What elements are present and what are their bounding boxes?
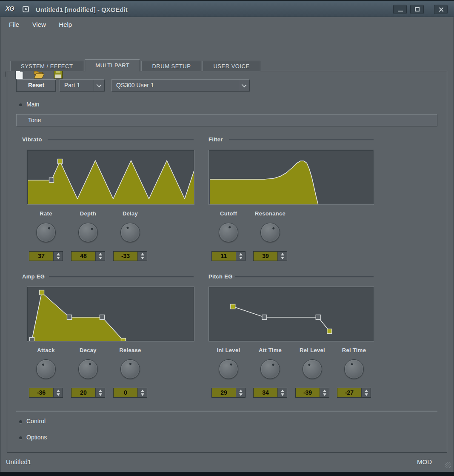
knob-label: Ini Level (207, 347, 250, 354)
delay-knob[interactable] (120, 223, 140, 242)
ini-level-knob[interactable] (219, 359, 238, 379)
chevron-down-icon (97, 83, 101, 87)
release-knob[interactable] (120, 359, 140, 379)
part-combobox-arrow[interactable] (94, 80, 104, 91)
minimize-icon (398, 11, 403, 11)
status-filename: Untitled1 (6, 458, 31, 465)
maximize-button[interactable] (410, 5, 424, 14)
graph-handle[interactable] (30, 338, 34, 341)
attack-spinbox[interactable]: -36 (29, 388, 63, 398)
rate-spinbox[interactable]: 37 (29, 251, 63, 261)
spin-down-icon (57, 257, 60, 259)
spin-arrows[interactable] (320, 388, 329, 397)
decay-knob[interactable] (78, 359, 98, 379)
tab-drum-setup[interactable]: DRUM SETUP (141, 61, 201, 71)
spin-up-icon (239, 253, 243, 255)
knob-cell-resonance: Resonance 39 (249, 210, 291, 261)
toolbar-handle[interactable] (4, 72, 6, 77)
title-bar[interactable]: XG Untitled1 [modified] - QXGEdit (0, 0, 454, 17)
spin-up-icon (281, 390, 284, 392)
graph-handle[interactable] (231, 304, 235, 309)
graph-handle[interactable] (100, 315, 105, 320)
spin-down-icon (57, 393, 60, 396)
knob-indicator (33, 356, 59, 382)
cutoff-knob[interactable] (219, 223, 238, 242)
spin-arrows[interactable] (236, 388, 245, 397)
bullet-icon (19, 420, 22, 423)
resize-grip[interactable] (445, 462, 451, 468)
knob-indicator (117, 220, 143, 245)
graph-handle[interactable] (58, 159, 63, 164)
rel-level-knob[interactable] (303, 359, 322, 379)
graph-handle[interactable] (327, 329, 332, 334)
tone-header-bar[interactable]: Tone (16, 114, 437, 126)
rel-level-spinbox[interactable]: -39 (295, 388, 329, 398)
rel-time-knob[interactable] (344, 359, 364, 379)
attack-knob[interactable] (36, 359, 56, 379)
spin-arrows[interactable] (137, 388, 147, 397)
close-button[interactable] (434, 5, 448, 14)
knob-cell-depth: Depth 48 (67, 210, 109, 261)
graph-handle[interactable] (49, 178, 54, 183)
tool-bar (0, 32, 454, 53)
spin-arrows[interactable] (236, 252, 245, 261)
graph-handle[interactable] (67, 315, 72, 320)
amp-eg-graph[interactable] (27, 287, 194, 341)
spin-down-icon (323, 393, 326, 396)
release-spinbox[interactable]: 0 (113, 388, 147, 398)
spin-value: 0 (114, 388, 137, 397)
decay-spinbox[interactable]: 20 (71, 388, 105, 398)
resonance-knob[interactable] (260, 223, 280, 242)
spin-arrows[interactable] (53, 388, 63, 397)
graph-handle[interactable] (121, 338, 126, 341)
menu-view[interactable]: View (27, 18, 51, 31)
app-icon (23, 6, 29, 12)
tab-multi-part[interactable]: MULTI PART (85, 59, 140, 72)
spin-arrows[interactable] (53, 252, 63, 261)
voice-combobox-arrow[interactable] (239, 80, 249, 91)
graph-handle[interactable] (316, 315, 320, 320)
spin-arrows[interactable] (361, 388, 371, 397)
group-title-filter: Filter (208, 136, 223, 143)
filter-graph[interactable] (208, 150, 374, 205)
depth-knob[interactable] (78, 223, 98, 242)
pitch-eg-graph[interactable] (208, 287, 374, 341)
window-bottom-edge (0, 472, 454, 476)
window-title: Untitled1 [modified] - QXGEdit (36, 1, 128, 18)
reset-button[interactable]: Reset (16, 79, 56, 92)
tab-user-voice[interactable]: USER VOICE (203, 61, 260, 71)
graph-handle[interactable] (40, 290, 44, 295)
depth-spinbox[interactable]: 48 (71, 251, 105, 261)
spin-arrows[interactable] (95, 252, 105, 261)
cutoff-spinbox[interactable]: 11 (211, 251, 246, 261)
spin-value: 39 (254, 252, 277, 261)
spin-value: 37 (29, 252, 53, 261)
knob-label: Rel Level (291, 347, 334, 354)
rate-knob[interactable] (36, 223, 56, 242)
spin-down-icon (281, 393, 284, 396)
menu-help[interactable]: Help (53, 18, 77, 31)
menu-file[interactable]: File (3, 18, 25, 31)
graph-handle[interactable] (262, 315, 267, 320)
vibrato-graph[interactable] (27, 150, 194, 205)
part-combobox[interactable]: Part 1 (60, 79, 105, 92)
delay-spinbox[interactable]: -33 (113, 251, 147, 261)
knob-cell-decay: Decay 20 (67, 347, 109, 398)
rel-time-spinbox[interactable]: -27 (337, 388, 371, 398)
spin-arrows[interactable] (277, 388, 287, 397)
knob-cell-rel-level: Rel Level -39 (291, 347, 334, 398)
knob-label: Decay (67, 347, 109, 354)
tab-system-effect[interactable]: SYSTEM / EFFECT (10, 61, 83, 71)
resonance-spinbox[interactable]: 39 (253, 251, 287, 261)
minimize-button[interactable] (393, 5, 407, 14)
att-time-spinbox[interactable]: 34 (253, 388, 287, 398)
voice-combobox[interactable]: QS300 User 1 (111, 79, 250, 92)
att-time-knob[interactable] (260, 359, 280, 379)
knob-label: Rate (25, 210, 67, 218)
wave-fill (210, 161, 318, 204)
ini-level-spinbox[interactable]: 29 (211, 388, 246, 398)
app-window: XG Untitled1 [modified] - QXGEdit File V… (0, 0, 454, 476)
spin-arrows[interactable] (137, 252, 147, 261)
spin-arrows[interactable] (95, 388, 105, 397)
spin-arrows[interactable] (277, 252, 287, 261)
